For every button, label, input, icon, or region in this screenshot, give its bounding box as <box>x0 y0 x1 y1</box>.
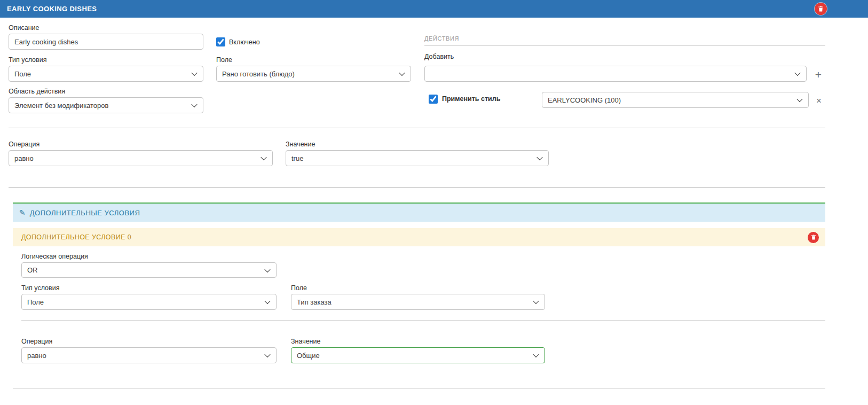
trash-icon <box>810 234 817 240</box>
field-select-wrap: Рано готовить (блюдо) <box>216 66 411 82</box>
extra-condition-type-select-wrap: Поле <box>21 294 277 310</box>
trash-icon <box>817 5 824 12</box>
logical-operation-label: Логическая операция <box>21 253 88 260</box>
operation-select[interactable]: равно <box>9 150 273 166</box>
apply-style-select-wrap: EARLYCOOKING (100) <box>542 92 809 108</box>
remove-action-button[interactable]: × <box>814 95 824 106</box>
scope-select[interactable]: Элемент без модификаторов <box>9 97 203 113</box>
additional-condition-0-title: ДОПОЛНИТЕЛЬНОЕ УСЛОВИЕ 0 <box>21 233 131 241</box>
extra-value-select-wrap: Общие <box>291 347 545 363</box>
enabled-checkbox[interactable] <box>216 37 225 46</box>
divider <box>9 188 825 188</box>
description-label: Описание <box>9 24 40 32</box>
value-select-wrap: true <box>286 150 549 166</box>
actions-section-header: ДЕЙСТВИЯ <box>424 31 825 45</box>
condition-type-select-wrap: Поле <box>9 66 203 82</box>
rule-header: EARLY COOKING DISHES <box>0 0 868 18</box>
extra-operation-select[interactable]: равно <box>21 347 277 363</box>
extra-value-select[interactable]: Общие <box>291 347 545 363</box>
extra-operation-select-wrap: равно <box>21 347 277 363</box>
extra-value-label: Значение <box>291 338 320 345</box>
enabled-label: Включено <box>229 38 260 46</box>
condition-type-select[interactable]: Поле <box>9 66 203 82</box>
condition-type-label: Тип условия <box>9 56 46 64</box>
extra-condition-type-select[interactable]: Поле <box>21 294 277 310</box>
add-action-select[interactable] <box>424 66 807 82</box>
scope-label: Область действия <box>9 88 65 95</box>
add-action-button[interactable]: + <box>812 68 825 81</box>
value-label: Значение <box>286 141 315 148</box>
scope-select-wrap: Элемент без модификаторов <box>9 97 203 113</box>
actions-section-title: ДЕЙСТВИЯ <box>424 35 459 42</box>
extra-operation-label: Операция <box>21 338 52 345</box>
operation-select-wrap: равно <box>9 150 273 166</box>
apply-style-checkbox[interactable] <box>429 95 438 104</box>
description-input[interactable] <box>9 34 203 50</box>
extra-condition-type-label: Тип условия <box>21 284 59 292</box>
logical-operation-select[interactable]: OR <box>21 262 277 278</box>
rule-title: EARLY COOKING DISHES <box>7 5 97 13</box>
divider <box>13 388 825 389</box>
field-select[interactable]: Рано готовить (блюдо) <box>216 66 411 82</box>
delete-condition-button[interactable] <box>808 232 819 243</box>
divider <box>9 128 825 128</box>
extra-field-label: Поле <box>291 284 307 292</box>
field-label: Поле <box>216 56 232 64</box>
additional-conditions-title: ДОПОЛНИТЕЛЬНЫЕ УСЛОВИЯ <box>30 209 140 217</box>
edit-pencil-icon: ✎ <box>19 208 26 217</box>
additional-conditions-header[interactable]: ✎ ДОПОЛНИТЕЛЬНЫЕ УСЛОВИЯ <box>13 203 825 222</box>
extra-field-select[interactable]: Тип заказа <box>291 294 545 310</box>
logical-operation-select-wrap: OR <box>21 262 277 278</box>
apply-style-label: Применить стиль <box>442 95 500 103</box>
add-action-select-wrap <box>424 66 807 82</box>
divider <box>21 321 825 321</box>
add-action-label: Добавить <box>424 53 454 60</box>
operation-label: Операция <box>9 141 40 148</box>
delete-rule-button[interactable] <box>815 3 827 15</box>
rule-editor-page: EARLY COOKING DISHES Описание Включено Д… <box>0 0 868 405</box>
additional-condition-0-bar: ДОПОЛНИТЕЛЬНОЕ УСЛОВИЕ 0 <box>13 228 825 246</box>
value-select[interactable]: true <box>286 150 549 166</box>
apply-style-select[interactable]: EARLYCOOKING (100) <box>542 92 809 108</box>
extra-field-select-wrap: Тип заказа <box>291 294 545 310</box>
